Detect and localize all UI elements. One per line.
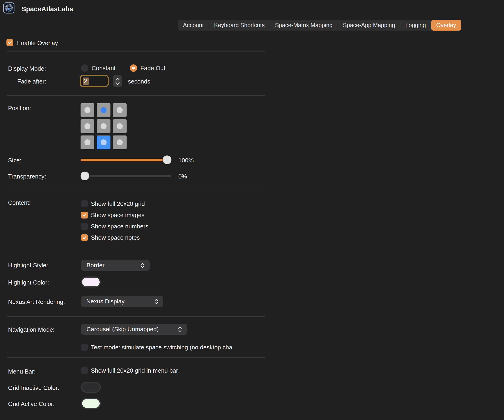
position-cell-0[interactable] — [81, 103, 94, 117]
stepper-down-button[interactable] — [115, 82, 120, 85]
transparency-slider[interactable] — [81, 172, 171, 180]
menu-bar-grid-label: Show full 20x20 grid in menu bar — [91, 367, 178, 374]
display-mode-option-label: Fade Out — [140, 65, 165, 72]
divider — [7, 251, 265, 251]
display-mode-radio-1[interactable] — [130, 64, 137, 72]
app-logo-icon — [3, 2, 14, 14]
content-option-label: Show space notes — [91, 234, 140, 241]
grid-active-color-well[interactable] — [81, 398, 101, 409]
content-option-label: Show space numbers — [91, 223, 148, 230]
content-label: Content: — [8, 199, 31, 206]
tab-space-matrix-mapping[interactable]: Space-Matrix Mapping — [270, 20, 338, 31]
content-checkbox-show-full-20x20-grid[interactable] — [81, 200, 88, 207]
slider-fill — [81, 159, 171, 161]
color-swatch — [82, 399, 100, 408]
page-title: SpaceAtlasLabs — [22, 5, 73, 13]
enable-overlay-checkbox[interactable] — [6, 39, 13, 46]
content-checkbox-show-space-notes[interactable] — [81, 234, 88, 241]
tab-bar: AccountKeyboard ShortcutsSpace-Matrix Ma… — [178, 20, 461, 31]
stepper-divider — [115, 81, 120, 81]
content-options: Show full 20x20 gridShow space imagesSho… — [81, 200, 148, 241]
grid-active-color-label: Grid Active Color: — [8, 400, 54, 408]
color-swatch — [82, 383, 100, 392]
grid-inactive-color-well[interactable] — [81, 382, 101, 393]
display-mode-radio-0[interactable] — [81, 64, 88, 72]
content-option-row: Show space notes — [81, 234, 148, 241]
test-mode-checkbox[interactable] — [81, 344, 88, 351]
size-slider[interactable] — [81, 155, 171, 164]
nexus-art-rendering-value: Nexus Display — [86, 298, 125, 305]
position-cell-8[interactable] — [113, 136, 126, 149]
transparency-label: Transparency: — [8, 173, 46, 180]
tab-overlay[interactable]: Overlay — [431, 20, 461, 31]
fade-after-stepper — [113, 75, 122, 87]
position-cell-2[interactable] — [113, 103, 126, 117]
highlight-color-label: Highlight Color: — [8, 279, 49, 286]
position-grid — [81, 103, 126, 149]
divider — [7, 95, 265, 96]
stepper-up-button[interactable] — [115, 77, 120, 81]
size-label: Size: — [8, 157, 21, 164]
position-cell-1[interactable] — [97, 103, 110, 117]
highlight-style-label: Highlight Style: — [8, 262, 48, 269]
size-value: 100% — [178, 157, 194, 164]
position-label: Position: — [8, 105, 31, 112]
test-mode-label: Test mode: simulate space switching (no … — [91, 344, 238, 351]
highlight-style-dropdown[interactable]: Border — [81, 260, 150, 271]
check-icon — [82, 213, 87, 217]
slider-thumb[interactable] — [81, 172, 89, 180]
grid-inactive-color-label: Grid Inactive Color: — [8, 384, 59, 391]
enable-overlay-label: Enable Overlay — [17, 40, 58, 47]
slider-track[interactable] — [81, 175, 171, 177]
tab-space-app-mapping[interactable]: Space-App Mapping — [338, 20, 400, 31]
position-cell-5[interactable] — [113, 119, 126, 133]
chevron-up-down-icon — [177, 326, 182, 333]
content-option-row: Show space numbers — [81, 223, 148, 230]
settings-window: SpaceAtlasLabs AccountKeyboard Shortcuts… — [0, 0, 504, 420]
content-checkbox-show-space-numbers[interactable] — [81, 223, 88, 230]
navigation-mode-value: Carousel (Skip Unmapped) — [87, 326, 159, 333]
divider — [7, 51, 265, 52]
tab-account[interactable]: Account — [178, 20, 209, 31]
content-option-row: Show space images — [81, 212, 148, 219]
nexus-art-rendering-dropdown[interactable]: Nexus Display — [81, 296, 163, 307]
position-cell-6[interactable] — [81, 136, 94, 149]
check-icon — [82, 235, 87, 240]
nexus-art-rendering-label: Nexus Art Rendering: — [8, 298, 65, 305]
navigation-mode-label: Navigation Mode: — [8, 326, 54, 333]
check-icon — [8, 40, 12, 45]
display-mode-label: Display Mode: — [8, 65, 46, 72]
highlight-color-well[interactable] — [81, 277, 101, 288]
divider — [7, 316, 265, 317]
display-mode-option-label: Constant — [92, 65, 115, 72]
color-swatch — [82, 278, 100, 286]
display-mode-option: Constant — [81, 64, 115, 72]
chevron-up-down-icon — [140, 262, 145, 269]
display-mode-option: Fade Out — [130, 64, 165, 72]
fade-after-label: Fade after: — [17, 78, 46, 85]
position-cell-7[interactable] — [97, 136, 110, 149]
display-mode-radio-group: ConstantFade Out — [81, 64, 165, 72]
content-option-row: Show full 20x20 grid — [81, 200, 148, 207]
menu-bar-label: Menu Bar: — [8, 368, 36, 375]
position-cell-4[interactable] — [97, 119, 110, 133]
chevron-up-down-icon — [154, 298, 159, 305]
menu-bar-grid-checkbox[interactable] — [81, 367, 88, 374]
position-cell-3[interactable] — [81, 119, 94, 133]
tab-keyboard-shortcuts[interactable]: Keyboard Shortcuts — [209, 20, 270, 31]
transparency-value: 0% — [178, 173, 187, 180]
fade-after-value: 2 — [83, 77, 89, 85]
tab-logging[interactable]: Logging — [400, 20, 431, 31]
divider — [7, 357, 265, 358]
content-option-label: Show full 20x20 grid — [91, 200, 145, 207]
fade-after-input[interactable]: 2 — [80, 75, 109, 87]
content-checkbox-show-space-images[interactable] — [81, 212, 88, 219]
slider-thumb[interactable] — [163, 155, 171, 164]
highlight-style-value: Border — [87, 262, 104, 269]
content-option-label: Show space images — [91, 212, 144, 219]
divider — [7, 189, 265, 189]
navigation-mode-dropdown[interactable]: Carousel (Skip Unmapped) — [81, 324, 187, 335]
fade-after-unit-label: seconds — [128, 78, 150, 85]
